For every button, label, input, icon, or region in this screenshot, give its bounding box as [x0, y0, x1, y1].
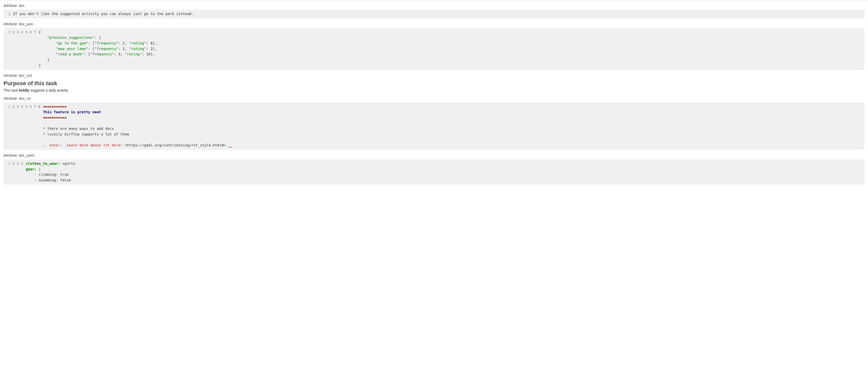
code-content: clothes_to_wear: sportsgear: | - climbin… [26, 161, 864, 183]
json-number: 8 [151, 41, 153, 45]
code-line: } [39, 63, 861, 68]
json-key: "frequency" [90, 52, 114, 56]
json-key: "rating" [129, 41, 146, 45]
code-line: "read a book": ["frequency": 3, "rating"… [39, 52, 861, 57]
attr-label-doc-yaml: Attribute: doc_yaml [4, 153, 864, 157]
md-text: This task [4, 88, 19, 92]
attr-name: doc_md [19, 73, 32, 77]
rst-colons: :: [58, 143, 64, 147]
yaml-value: | [36, 167, 41, 171]
json-key: "mow your lawn" [56, 47, 88, 51]
code-block-doc: 1 If you don't like the suggested activi… [4, 10, 864, 19]
code-block-doc-yaml: 1 2 3 4 clothes_to_wear: sportsgear: | -… [4, 159, 864, 185]
code-line: clothes_to_wear: sports [26, 161, 861, 166]
code-line: .. note:: `Learn more about rst here! <h… [43, 143, 861, 148]
code-line: * there are many ways to add docs [43, 126, 861, 132]
json-key: "frequency" [95, 47, 118, 51]
line-gutter: 1 2 3 4 5 6 7 [4, 30, 39, 68]
rst-underline: =========== [43, 116, 67, 120]
md-heading: Purpose of this task [4, 80, 864, 87]
code-line: =========== [43, 115, 861, 121]
attr-name: doc_rst [19, 96, 31, 100]
code-line: If you don't like the suggested activity… [13, 11, 861, 17]
code-line: "mow your lawn": ["frequency": 1, "ratin… [39, 46, 861, 52]
code-content: { "previous_suggestions": { "go to the g… [39, 30, 864, 68]
json-number: 1 [122, 47, 125, 51]
attr-prefix: Attribute: [4, 22, 19, 26]
line-gutter: 1 2 3 4 [4, 161, 26, 183]
rendered-markdown: Purpose of this task This task boldly su… [4, 80, 864, 92]
rst-anon-ref: __ [228, 143, 232, 147]
code-line: =========== [43, 104, 861, 110]
code-line: * luckily Airflow supports a lot of them [43, 132, 861, 137]
yaml-key: gear: [26, 167, 36, 171]
attr-prefix: Attribute: [4, 153, 19, 157]
json-key: "read a book" [56, 52, 84, 56]
attr-name: doc_yaml [19, 153, 34, 157]
json-number: 10 [146, 52, 151, 56]
yaml-value: sports [60, 161, 75, 165]
json-number: 2 [122, 41, 125, 45]
md-text: suggests a daily activity. [29, 88, 69, 92]
doc-page: Attribute: doc 1 If you don't like the s… [0, 0, 868, 196]
attr-name: doc [19, 4, 25, 8]
json-key: "go to the gym" [56, 41, 88, 45]
rst-directive: note [50, 143, 58, 147]
rst-dotdot: .. [43, 143, 49, 147]
attr-prefix: Attribute: [4, 96, 19, 100]
code-line: { [39, 30, 861, 35]
code-block-doc-json: 1 2 3 4 5 6 7 { "previous_suggestions": … [4, 28, 864, 70]
attr-label-doc: Attribute: doc [4, 4, 864, 8]
attr-label-doc-rst: Attribute: doc_rst [4, 96, 864, 100]
code-content: If you don't like the suggested activity… [13, 11, 864, 17]
json-key: "frequency" [95, 41, 118, 45]
json-key: "previous_suggestions" [47, 35, 94, 39]
code-block-doc-rst: 1 2 3 4 5 6 7 8 ===========This feature … [4, 102, 864, 150]
code-line [43, 121, 861, 126]
line-gutter: 1 [4, 11, 13, 17]
json-number: 3 [118, 52, 120, 56]
attr-label-doc-json: Attribute: doc_json [4, 22, 864, 26]
code-content: ===========This feature is pretty neat==… [43, 104, 864, 149]
attr-prefix: Attribute: [4, 73, 19, 77]
json-key: "rating" [125, 52, 142, 56]
attr-name: doc_json [19, 22, 33, 26]
rst-url: <https://gdal.org/contributing/rst_style… [125, 143, 228, 147]
rst-literal: `Learn more about rst here! [65, 143, 125, 147]
code-line: "previous_suggestions": { [39, 35, 861, 40]
attr-label-doc-md: Attribute: doc_md [4, 73, 864, 77]
json-key: "rating" [129, 47, 146, 51]
rst-overline: =========== [43, 104, 67, 109]
code-line: - climbing: true [26, 172, 861, 178]
code-line: } [39, 57, 861, 63]
code-line: - swimming: false [26, 178, 861, 183]
code-line [43, 137, 861, 143]
line-gutter: 1 2 3 4 5 6 7 8 [4, 104, 43, 149]
md-paragraph: This task boldly suggests a daily activi… [4, 88, 864, 92]
yaml-key: clothes_to_wear: [26, 161, 60, 165]
code-line: "go to the gym": ["frequency": 2, "ratin… [39, 40, 861, 46]
md-bold: boldly [19, 88, 29, 92]
code-line: This feature is pretty neat [43, 110, 861, 115]
attr-prefix: Attribute: [4, 4, 19, 8]
json-number: 2 [151, 47, 153, 51]
rst-title: This feature is pretty neat [43, 110, 101, 114]
code-line: gear: | [26, 166, 861, 172]
